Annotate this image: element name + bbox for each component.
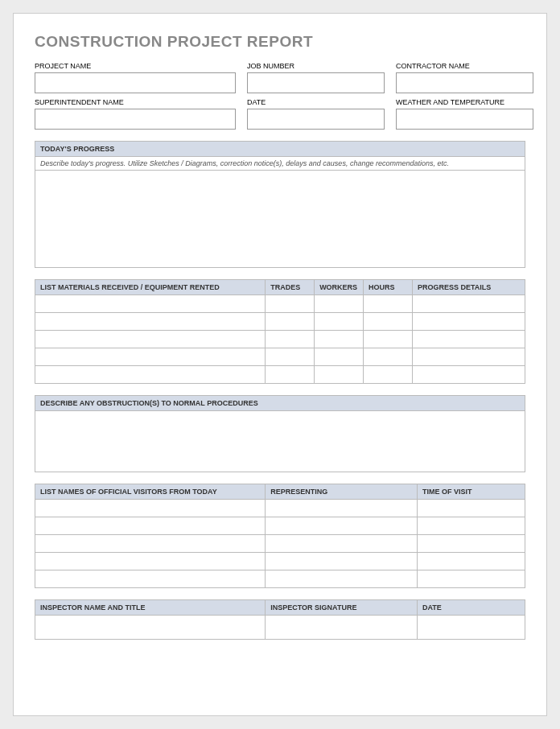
th-materials-3: HOURS: [364, 280, 413, 295]
cell[interactable]: [364, 313, 413, 331]
section-obstruction: DESCRIBE ANY OBSTRUCTION(S) TO NORMAL PR…: [35, 395, 525, 472]
cell[interactable]: [412, 295, 525, 313]
th-inspector-1: INSPECTOR SIGNATURE: [266, 600, 418, 616]
label-superintendent-name: SUPERINTENDENT NAME: [35, 98, 236, 106]
cell[interactable]: [418, 553, 525, 570]
instructions-progress: Describe today's progress. Utilize Sketc…: [35, 157, 525, 171]
cell[interactable]: [35, 553, 266, 570]
cell[interactable]: [412, 366, 525, 384]
th-visitors-0: LIST NAMES OF OFFICIAL VISITORS FROM TOD…: [35, 484, 266, 500]
field-weather: WEATHER AND TEMPERATURE: [396, 98, 533, 130]
table-inspector: INSPECTOR NAME AND TITLE INSPECTOR SIGNA…: [35, 599, 525, 640]
cell[interactable]: [364, 295, 413, 313]
cell[interactable]: [266, 570, 418, 588]
cell[interactable]: [35, 517, 266, 535]
table-row: [35, 517, 525, 535]
table-materials: LIST MATERIALS RECEIVED / EQUIPMENT RENT…: [35, 279, 525, 384]
th-visitors-1: REPRESENTING: [266, 484, 418, 500]
cell[interactable]: [364, 366, 413, 384]
header-progress: TODAY'S PROGRESS: [35, 142, 525, 157]
cell[interactable]: [418, 500, 525, 517]
cell[interactable]: [35, 366, 266, 384]
label-date: DATE: [247, 98, 385, 106]
cell[interactable]: [35, 500, 266, 517]
page-title: CONSTRUCTION PROJECT REPORT: [35, 33, 525, 51]
field-date: DATE: [247, 98, 385, 130]
body-progress[interactable]: [35, 171, 525, 267]
cell[interactable]: [412, 348, 525, 366]
table-row: [35, 313, 525, 331]
field-contractor-name: CONTRACTOR NAME: [396, 62, 533, 93]
cell[interactable]: [364, 348, 413, 366]
cell[interactable]: [412, 331, 525, 348]
cell[interactable]: [315, 348, 364, 366]
cell[interactable]: [266, 535, 418, 553]
cell[interactable]: [364, 331, 413, 348]
table-visitors: LIST NAMES OF OFFICIAL VISITORS FROM TOD…: [35, 484, 525, 588]
cell[interactable]: [418, 517, 525, 535]
cell[interactable]: [412, 313, 525, 331]
field-row-1: PROJECT NAME JOB NUMBER CONTRACTOR NAME: [35, 62, 525, 93]
cell[interactable]: [315, 313, 364, 331]
cell[interactable]: [35, 616, 266, 640]
label-project-name: PROJECT NAME: [35, 62, 236, 70]
cell[interactable]: [315, 331, 364, 348]
cell[interactable]: [35, 331, 266, 348]
table-row: [35, 366, 525, 384]
label-contractor-name: CONTRACTOR NAME: [396, 62, 533, 70]
cell[interactable]: [266, 616, 418, 640]
label-job-number: JOB NUMBER: [247, 62, 385, 70]
field-superintendent-name: SUPERINTENDENT NAME: [35, 98, 236, 130]
input-job-number[interactable]: [247, 72, 385, 93]
report-page: CONSTRUCTION PROJECT REPORT PROJECT NAME…: [13, 13, 547, 716]
table-row: [35, 616, 525, 640]
cell[interactable]: [418, 570, 525, 588]
cell[interactable]: [266, 553, 418, 570]
th-materials-4: PROGRESS DETAILS: [412, 280, 525, 295]
table-row: [35, 535, 525, 553]
cell[interactable]: [266, 517, 418, 535]
cell[interactable]: [35, 348, 266, 366]
cell[interactable]: [315, 295, 364, 313]
th-inspector-0: INSPECTOR NAME AND TITLE: [35, 600, 266, 616]
th-materials-2: WORKERS: [315, 280, 364, 295]
cell[interactable]: [266, 295, 315, 313]
cell[interactable]: [266, 313, 315, 331]
th-materials-0: LIST MATERIALS RECEIVED / EQUIPMENT RENT…: [35, 280, 266, 295]
cell[interactable]: [315, 366, 364, 384]
input-date[interactable]: [247, 109, 385, 130]
th-inspector-2: DATE: [418, 600, 525, 616]
input-contractor-name[interactable]: [396, 72, 533, 93]
table-row: [35, 348, 525, 366]
table-row: [35, 295, 525, 313]
th-materials-1: TRADES: [266, 280, 315, 295]
cell[interactable]: [35, 313, 266, 331]
table-row: [35, 570, 525, 588]
cell[interactable]: [35, 535, 266, 553]
cell[interactable]: [418, 535, 525, 553]
table-row: [35, 500, 525, 517]
cell[interactable]: [266, 348, 315, 366]
table-row: [35, 331, 525, 348]
body-obstruction[interactable]: [35, 411, 525, 472]
input-superintendent-name[interactable]: [35, 109, 236, 130]
table-row: [35, 553, 525, 570]
field-job-number: JOB NUMBER: [247, 62, 385, 93]
cell[interactable]: [266, 331, 315, 348]
cell[interactable]: [266, 500, 418, 517]
input-weather[interactable]: [396, 109, 533, 130]
section-progress: TODAY'S PROGRESS Describe today's progre…: [35, 141, 525, 268]
field-row-2: SUPERINTENDENT NAME DATE WEATHER AND TEM…: [35, 98, 525, 130]
cell[interactable]: [266, 366, 315, 384]
field-project-name: PROJECT NAME: [35, 62, 236, 93]
th-visitors-2: TIME OF VISIT: [418, 484, 525, 500]
input-project-name[interactable]: [35, 72, 236, 93]
cell[interactable]: [418, 616, 525, 640]
header-obstruction: DESCRIBE ANY OBSTRUCTION(S) TO NORMAL PR…: [35, 396, 525, 411]
cell[interactable]: [35, 570, 266, 588]
cell[interactable]: [35, 295, 266, 313]
label-weather: WEATHER AND TEMPERATURE: [396, 98, 533, 106]
